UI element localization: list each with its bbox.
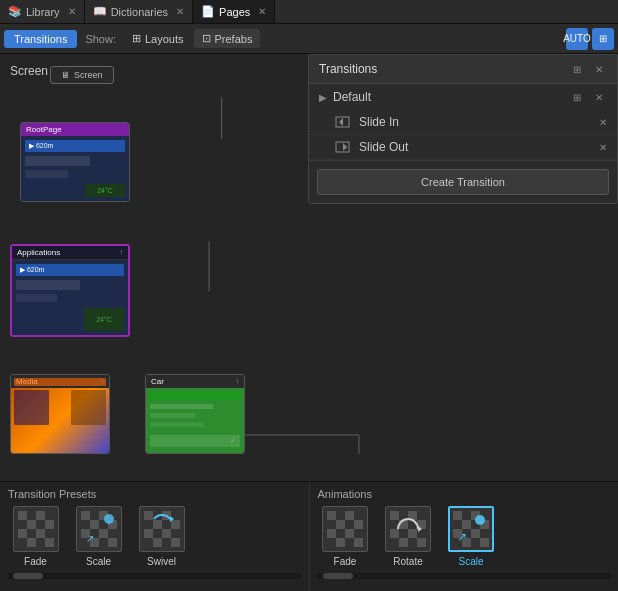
- svg-rect-88: [390, 538, 399, 547]
- preset-scale[interactable]: ↗ Scale: [71, 506, 126, 567]
- animations-scroll-thumb: [323, 573, 353, 579]
- svg-rect-103: [471, 529, 480, 538]
- svg-rect-11: [36, 511, 45, 520]
- svg-rect-85: [399, 529, 408, 538]
- toolbar: Transitions Show: ⊞ Layouts ⊡ Prefabs AU…: [0, 24, 618, 54]
- transitions-grid-icon[interactable]: ⊞: [569, 61, 585, 77]
- svg-rect-43: [144, 511, 153, 520]
- create-transition-btn[interactable]: Create Transition: [317, 169, 609, 195]
- anim-fade-label: Fade: [334, 556, 357, 567]
- presets-section: Transition Presets: [0, 482, 310, 591]
- svg-rect-35: [99, 529, 108, 538]
- slide-in-item[interactable]: Slide In ✕: [309, 110, 617, 135]
- svg-rect-67: [354, 520, 363, 529]
- anim-rotate-icon: [385, 506, 431, 552]
- root-page-card[interactable]: RootPage ▶ 620m 24°C: [20, 122, 130, 202]
- dictionaries-icon: 📖: [93, 5, 107, 18]
- anim-rotate-label: Rotate: [393, 556, 422, 567]
- svg-rect-21: [18, 538, 27, 547]
- media-thumbnail: [11, 388, 109, 453]
- svg-rect-48: [153, 520, 162, 529]
- presets-scroll[interactable]: [8, 573, 301, 579]
- bottom-area: Transition Presets: [0, 481, 618, 591]
- layouts-icon: ⊞: [132, 32, 141, 45]
- anim-fade[interactable]: Fade: [318, 506, 373, 567]
- transitions-close-icon[interactable]: ✕: [591, 61, 607, 77]
- svg-rect-40: [108, 538, 117, 547]
- transitions-header-icons: ⊞ ✕: [569, 61, 607, 77]
- default-group-close-icon[interactable]: ✕: [591, 89, 607, 105]
- car-header: Car ↑: [146, 375, 244, 388]
- slide-out-close[interactable]: ✕: [599, 142, 607, 153]
- default-group: ▶ Default ⊞ ✕ Slide In ✕: [309, 84, 617, 161]
- svg-rect-90: [408, 538, 417, 547]
- presets-scroll-thumb: [13, 573, 43, 579]
- svg-rect-66: [345, 520, 354, 529]
- svg-rect-30: [90, 520, 99, 529]
- car-card[interactable]: Car ↑ ✓: [145, 374, 245, 454]
- tab-dictionaries-close[interactable]: ✕: [176, 6, 184, 17]
- grid-icon: ⊞: [599, 33, 607, 44]
- prefabs-btn[interactable]: ⊡ Prefabs: [194, 29, 261, 48]
- tab-dictionaries[interactable]: 📖 Dictionaries ✕: [85, 0, 193, 23]
- svg-rect-7: [336, 142, 349, 152]
- media-card[interactable]: Media ↑: [10, 374, 110, 454]
- preset-swivel[interactable]: Swivel: [134, 506, 189, 567]
- svg-rect-36: [108, 529, 117, 538]
- svg-rect-25: [81, 511, 90, 520]
- svg-text:↗: ↗: [457, 530, 467, 544]
- svg-rect-60: [327, 511, 336, 520]
- animations-grid: Fade: [318, 506, 611, 567]
- svg-rect-107: [471, 538, 480, 547]
- slide-out-item[interactable]: Slide Out ✕: [309, 135, 617, 160]
- anim-scale[interactable]: ↗ Scale: [444, 506, 499, 567]
- tab-library-close[interactable]: ✕: [68, 6, 76, 17]
- svg-point-42: [104, 514, 114, 524]
- svg-rect-72: [327, 538, 336, 547]
- layouts-btn[interactable]: ⊞ Layouts: [124, 29, 192, 48]
- svg-rect-98: [462, 520, 471, 529]
- svg-rect-84: [390, 529, 399, 538]
- tab-library[interactable]: 📚 Library ✕: [0, 0, 85, 23]
- preset-fade[interactable]: Fade: [8, 506, 63, 567]
- svg-rect-68: [327, 529, 336, 538]
- tab-pages-close[interactable]: ✕: [258, 6, 266, 17]
- library-icon: 📚: [8, 5, 22, 18]
- apps-card[interactable]: Applications ↑ ▶ 620m 24°C: [10, 244, 130, 337]
- transitions-btn[interactable]: Transitions: [4, 30, 77, 48]
- root-page-header: RootPage: [21, 123, 129, 136]
- svg-rect-13: [18, 520, 27, 529]
- animations-scroll[interactable]: [318, 573, 611, 579]
- tab-pages[interactable]: 📄 Pages ✕: [193, 0, 275, 23]
- svg-rect-62: [345, 511, 354, 520]
- preset-fade-icon: [13, 506, 59, 552]
- svg-rect-61: [336, 511, 345, 520]
- root-page-content: ▶ 620m 24°C: [21, 136, 129, 201]
- svg-rect-53: [162, 529, 171, 538]
- animations-section: Animations: [310, 482, 619, 591]
- apps-header: Applications ↑: [12, 246, 128, 260]
- transitions-header: Transitions ⊞ ✕: [309, 55, 617, 84]
- svg-text:↗: ↗: [86, 533, 94, 544]
- grid-btn[interactable]: ⊞: [592, 28, 614, 50]
- slide-out-icon: [335, 140, 351, 154]
- default-group-header[interactable]: ▶ Default ⊞ ✕: [309, 84, 617, 110]
- svg-rect-18: [27, 529, 36, 538]
- preset-fade-label: Fade: [24, 556, 47, 567]
- svg-rect-86: [408, 529, 417, 538]
- pages-icon: 📄: [201, 5, 215, 18]
- slide-in-close[interactable]: ✕: [599, 117, 607, 128]
- svg-rect-12: [45, 511, 54, 520]
- svg-rect-73: [336, 538, 345, 547]
- default-group-grid-icon[interactable]: ⊞: [569, 89, 585, 105]
- transitions-panel: Transitions ⊞ ✕ ▶ Default ⊞ ✕: [308, 54, 618, 204]
- anim-fade-icon: [322, 506, 368, 552]
- svg-rect-52: [153, 529, 162, 538]
- auto-btn[interactable]: AUTO: [566, 28, 588, 50]
- svg-rect-23: [36, 538, 45, 547]
- svg-rect-93: [453, 511, 462, 520]
- svg-rect-39: [99, 538, 108, 547]
- group-expand-icon: ▶: [319, 92, 327, 103]
- tab-bar: 📚 Library ✕ 📖 Dictionaries ✕ 📄 Pages ✕: [0, 0, 618, 24]
- anim-rotate[interactable]: Rotate: [381, 506, 436, 567]
